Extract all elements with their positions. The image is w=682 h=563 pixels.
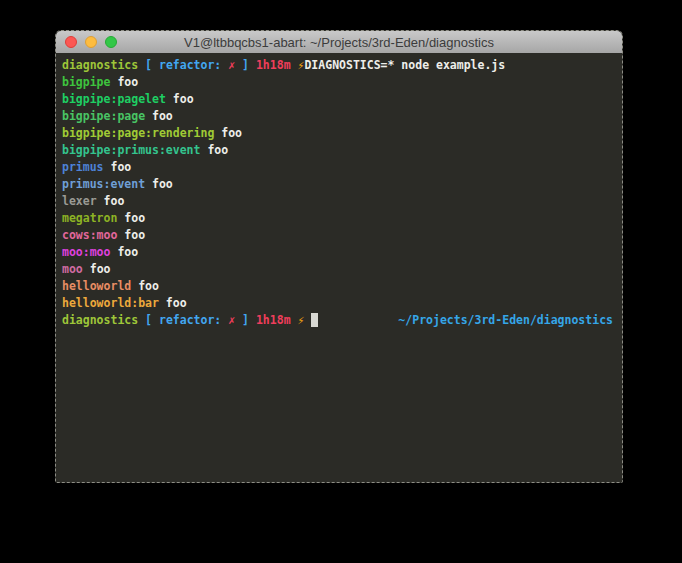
window-title: V1@ltbbqcbs1-abart: ~/Projects/3rd-Eden/… [184,35,494,50]
terminal-text-segment: bigpipe:primus:event [62,143,200,157]
terminal-text-segment: bigpipe:page:rendering [62,126,214,140]
terminal-text-segment: primus [62,160,104,174]
terminal-line: bigpipe:page:rendering foo [62,125,616,142]
terminal-text-segment: ] [235,58,249,72]
terminal-lines: diagnostics [ refactor: ✗ ] 1h18m ⚡DIAGN… [62,57,616,329]
minimize-button[interactable] [85,36,97,48]
terminal-text-segment: moo [62,262,83,276]
terminal-text-segment: 1h18m [256,312,291,329]
terminal-screen[interactable]: diagnostics [ refactor: ✗ ] 1h18m ⚡DIAGN… [56,53,622,482]
screenshot-stage: V1@ltbbqcbs1-abart: ~/Projects/3rd-Eden/… [0,0,682,563]
terminal-text-segment [291,312,298,329]
terminal-line: moo foo [62,261,616,278]
terminal-line: diagnostics [ refactor: ✗ ] 1h18m ⚡DIAGN… [62,57,616,74]
zoom-button[interactable] [105,36,117,48]
terminal-text-segment: foo [97,194,125,208]
terminal-line: bigpipe:primus:event foo [62,142,616,159]
working-directory-path: ~/Projects/3rd-Eden/diagnostics [398,312,616,329]
terminal-text-segment: megatron [62,211,117,225]
terminal-line: diagnostics [ refactor: ✗ ] 1h18m ⚡ ~/Pr… [62,312,616,329]
terminal-text-segment: foo [214,126,242,140]
terminal-text-segment: diagnostics [62,58,138,72]
terminal-line: moo:moo foo [62,244,616,261]
terminal-text-segment: lexer [62,194,97,208]
terminal-line: lexer foo [62,193,616,210]
terminal-line: bigpipe:page foo [62,108,616,125]
terminal-text-segment: foo [145,109,173,123]
terminal-text-segment: ✗ [228,312,235,329]
terminal-line: bigpipe foo [62,74,616,91]
terminal-line: primus:event foo [62,176,616,193]
terminal-text-segment [291,58,298,72]
traffic-lights [65,36,117,48]
terminal-text-segment: primus:event [62,177,145,191]
terminal-line: megatron foo [62,210,616,227]
terminal-text-segment: foo [117,228,145,242]
terminal-line: bigpipe:pagelet foo [62,91,616,108]
terminal-text-segment [138,312,145,329]
terminal-text-segment: [ refactor: [145,312,228,329]
close-button[interactable] [65,36,77,48]
terminal-text-segment: foo [83,262,111,276]
terminal-text-segment: ] [235,312,249,329]
terminal-text-segment [249,58,256,72]
terminal-text-segment: foo [200,143,228,157]
terminal-line: helloworld foo [62,278,616,295]
terminal-text-segment: diagnostics [62,312,138,329]
terminal-text-segment [249,312,256,329]
terminal-text-segment: foo [159,296,187,310]
terminal-text-segment: ⚡ [298,312,312,329]
terminal-text-segment: bigpipe:page [62,109,145,123]
terminal-text-segment: 1h18m [256,58,291,72]
terminal-text-segment: foo [166,92,194,106]
terminal-text-segment: helloworld [62,279,131,293]
terminal-text-segment: foo [110,75,138,89]
terminal-window: V1@ltbbqcbs1-abart: ~/Projects/3rd-Eden/… [55,30,623,483]
terminal-text-segment: foo [110,245,138,259]
terminal-text-segment: foo [131,279,159,293]
terminal-line: primus foo [62,159,616,176]
terminal-text-segment: foo [145,177,173,191]
terminal-text-segment: helloworld:bar [62,296,159,310]
terminal-text-segment: moo:moo [62,245,110,259]
window-titlebar[interactable]: V1@ltbbqcbs1-abart: ~/Projects/3rd-Eden/… [56,31,622,54]
terminal-cursor [311,313,318,327]
terminal-text-segment: [ refactor: [145,58,228,72]
terminal-text-segment: bigpipe [62,75,110,89]
terminal-text-segment: DIAGNOSTICS=* node example.js [304,58,505,72]
terminal-text-segment: bigpipe:pagelet [62,92,166,106]
terminal-text-segment: foo [104,160,132,174]
terminal-line: cows:moo foo [62,227,616,244]
terminal-text-segment: cows:moo [62,228,117,242]
terminal-text-segment: foo [117,211,145,225]
terminal-line: helloworld:bar foo [62,295,616,312]
